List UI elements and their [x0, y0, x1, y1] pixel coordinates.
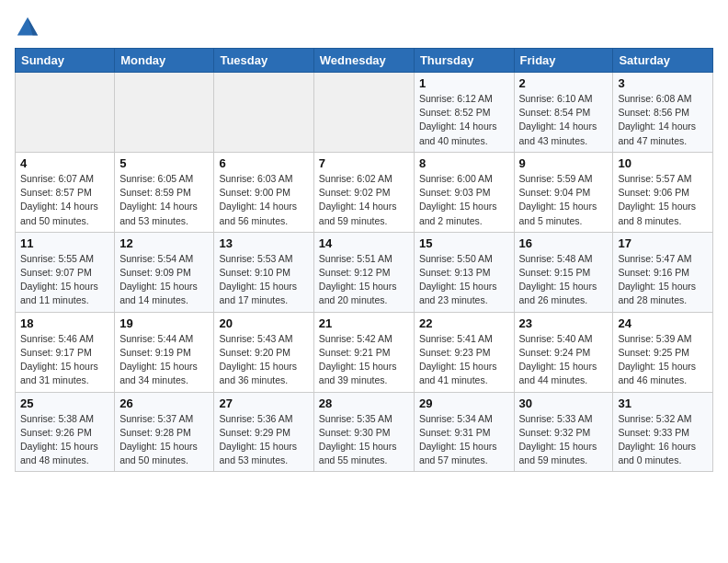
calendar-cell: 21Sunrise: 5:42 AM Sunset: 9:21 PM Dayli…	[313, 312, 414, 392]
day-number: 7	[319, 156, 409, 170]
day-number: 1	[419, 76, 509, 90]
day-info: Sunrise: 5:34 AM Sunset: 9:31 PM Dayligh…	[419, 412, 509, 468]
calendar-cell: 15Sunrise: 5:50 AM Sunset: 9:13 PM Dayli…	[414, 232, 514, 312]
day-number: 12	[119, 236, 209, 250]
day-info: Sunrise: 6:07 AM Sunset: 8:57 PM Dayligh…	[20, 172, 109, 228]
day-info: Sunrise: 5:39 AM Sunset: 9:25 PM Dayligh…	[618, 332, 708, 388]
week-row-3: 11Sunrise: 5:55 AM Sunset: 9:07 PM Dayli…	[16, 232, 713, 312]
day-number: 5	[119, 156, 209, 170]
calendar-cell: 10Sunrise: 5:57 AM Sunset: 9:06 PM Dayli…	[613, 152, 713, 232]
calendar-cell: 31Sunrise: 5:32 AM Sunset: 9:33 PM Dayli…	[613, 392, 713, 472]
day-number: 23	[519, 316, 609, 330]
col-header-friday: Friday	[514, 49, 613, 73]
day-info: Sunrise: 5:47 AM Sunset: 9:16 PM Dayligh…	[618, 252, 708, 308]
calendar-cell	[115, 73, 214, 153]
calendar-cell: 14Sunrise: 5:51 AM Sunset: 9:12 PM Dayli…	[313, 232, 414, 312]
week-row-5: 25Sunrise: 5:38 AM Sunset: 9:26 PM Dayli…	[16, 392, 713, 472]
calendar-cell: 30Sunrise: 5:33 AM Sunset: 9:32 PM Dayli…	[514, 392, 613, 472]
day-info: Sunrise: 5:53 AM Sunset: 9:10 PM Dayligh…	[219, 252, 308, 308]
day-number: 29	[419, 396, 509, 410]
day-info: Sunrise: 5:36 AM Sunset: 9:29 PM Dayligh…	[219, 412, 308, 468]
calendar-cell: 19Sunrise: 5:44 AM Sunset: 9:19 PM Dayli…	[115, 312, 214, 392]
day-info: Sunrise: 5:51 AM Sunset: 9:12 PM Dayligh…	[319, 252, 409, 308]
day-number: 22	[419, 316, 509, 330]
day-number: 2	[519, 76, 609, 90]
calendar-cell	[16, 73, 115, 153]
week-row-1: 1Sunrise: 6:12 AM Sunset: 8:52 PM Daylig…	[16, 73, 713, 153]
day-info: Sunrise: 6:03 AM Sunset: 9:00 PM Dayligh…	[219, 172, 308, 228]
day-number: 27	[219, 396, 308, 410]
calendar-cell	[313, 73, 414, 153]
day-number: 18	[20, 316, 109, 330]
day-info: Sunrise: 5:46 AM Sunset: 9:17 PM Dayligh…	[20, 332, 109, 388]
day-info: Sunrise: 5:40 AM Sunset: 9:24 PM Dayligh…	[519, 332, 609, 388]
day-number: 11	[20, 236, 109, 250]
calendar-cell: 7Sunrise: 6:02 AM Sunset: 9:02 PM Daylig…	[313, 152, 414, 232]
day-number: 17	[618, 236, 708, 250]
calendar-header-row: SundayMondayTuesdayWednesdayThursdayFrid…	[16, 49, 713, 73]
col-header-wednesday: Wednesday	[313, 49, 414, 73]
calendar-cell: 6Sunrise: 6:03 AM Sunset: 9:00 PM Daylig…	[214, 152, 313, 232]
day-info: Sunrise: 5:35 AM Sunset: 9:30 PM Dayligh…	[319, 412, 409, 468]
calendar-cell: 23Sunrise: 5:40 AM Sunset: 9:24 PM Dayli…	[514, 312, 613, 392]
day-number: 10	[618, 156, 708, 170]
calendar-cell: 13Sunrise: 5:53 AM Sunset: 9:10 PM Dayli…	[214, 232, 313, 312]
week-row-4: 18Sunrise: 5:46 AM Sunset: 9:17 PM Dayli…	[16, 312, 713, 392]
day-number: 6	[219, 156, 308, 170]
day-number: 13	[219, 236, 308, 250]
col-header-thursday: Thursday	[414, 49, 514, 73]
calendar-cell: 17Sunrise: 5:47 AM Sunset: 9:16 PM Dayli…	[613, 232, 713, 312]
calendar-cell: 20Sunrise: 5:43 AM Sunset: 9:20 PM Dayli…	[214, 312, 313, 392]
day-info: Sunrise: 5:43 AM Sunset: 9:20 PM Dayligh…	[219, 332, 308, 388]
day-info: Sunrise: 5:50 AM Sunset: 9:13 PM Dayligh…	[419, 252, 509, 308]
day-info: Sunrise: 6:10 AM Sunset: 8:54 PM Dayligh…	[519, 92, 609, 148]
logo	[15, 15, 44, 40]
calendar-cell: 29Sunrise: 5:34 AM Sunset: 9:31 PM Dayli…	[414, 392, 514, 472]
day-info: Sunrise: 5:37 AM Sunset: 9:28 PM Dayligh…	[119, 412, 209, 468]
calendar-cell: 22Sunrise: 5:41 AM Sunset: 9:23 PM Dayli…	[414, 312, 514, 392]
day-number: 30	[519, 396, 609, 410]
day-number: 19	[119, 316, 209, 330]
day-info: Sunrise: 6:12 AM Sunset: 8:52 PM Dayligh…	[419, 92, 509, 148]
calendar-cell: 9Sunrise: 5:59 AM Sunset: 9:04 PM Daylig…	[514, 152, 613, 232]
calendar-cell: 12Sunrise: 5:54 AM Sunset: 9:09 PM Dayli…	[115, 232, 214, 312]
calendar-table: SundayMondayTuesdayWednesdayThursdayFrid…	[15, 48, 713, 472]
day-info: Sunrise: 5:33 AM Sunset: 9:32 PM Dayligh…	[519, 412, 609, 468]
col-header-sunday: Sunday	[16, 49, 115, 73]
col-header-tuesday: Tuesday	[214, 49, 313, 73]
day-info: Sunrise: 6:05 AM Sunset: 8:59 PM Dayligh…	[119, 172, 209, 228]
day-number: 24	[618, 316, 708, 330]
day-number: 21	[319, 316, 409, 330]
col-header-monday: Monday	[115, 49, 214, 73]
day-info: Sunrise: 5:48 AM Sunset: 9:15 PM Dayligh…	[519, 252, 609, 308]
logo-icon	[15, 15, 40, 40]
day-number: 8	[419, 156, 509, 170]
day-number: 3	[618, 76, 708, 90]
calendar-cell: 2Sunrise: 6:10 AM Sunset: 8:54 PM Daylig…	[514, 73, 613, 153]
day-number: 14	[319, 236, 409, 250]
day-info: Sunrise: 5:38 AM Sunset: 9:26 PM Dayligh…	[20, 412, 109, 468]
calendar-cell: 18Sunrise: 5:46 AM Sunset: 9:17 PM Dayli…	[16, 312, 115, 392]
day-info: Sunrise: 5:55 AM Sunset: 9:07 PM Dayligh…	[20, 252, 109, 308]
calendar-cell: 11Sunrise: 5:55 AM Sunset: 9:07 PM Dayli…	[16, 232, 115, 312]
calendar-cell: 28Sunrise: 5:35 AM Sunset: 9:30 PM Dayli…	[313, 392, 414, 472]
day-number: 28	[319, 396, 409, 410]
day-info: Sunrise: 5:44 AM Sunset: 9:19 PM Dayligh…	[119, 332, 209, 388]
calendar-cell: 5Sunrise: 6:05 AM Sunset: 8:59 PM Daylig…	[115, 152, 214, 232]
day-info: Sunrise: 5:59 AM Sunset: 9:04 PM Dayligh…	[519, 172, 609, 228]
calendar-cell: 8Sunrise: 6:00 AM Sunset: 9:03 PM Daylig…	[414, 152, 514, 232]
calendar-cell: 25Sunrise: 5:38 AM Sunset: 9:26 PM Dayli…	[16, 392, 115, 472]
day-number: 25	[20, 396, 109, 410]
calendar-cell: 24Sunrise: 5:39 AM Sunset: 9:25 PM Dayli…	[613, 312, 713, 392]
calendar-cell: 27Sunrise: 5:36 AM Sunset: 9:29 PM Dayli…	[214, 392, 313, 472]
day-number: 26	[119, 396, 209, 410]
day-number: 9	[519, 156, 609, 170]
page-header	[15, 15, 713, 40]
day-info: Sunrise: 5:54 AM Sunset: 9:09 PM Dayligh…	[119, 252, 209, 308]
day-info: Sunrise: 5:41 AM Sunset: 9:23 PM Dayligh…	[419, 332, 509, 388]
calendar-cell: 16Sunrise: 5:48 AM Sunset: 9:15 PM Dayli…	[514, 232, 613, 312]
day-number: 31	[618, 396, 708, 410]
day-info: Sunrise: 6:08 AM Sunset: 8:56 PM Dayligh…	[618, 92, 708, 148]
day-number: 4	[20, 156, 109, 170]
day-info: Sunrise: 6:00 AM Sunset: 9:03 PM Dayligh…	[419, 172, 509, 228]
